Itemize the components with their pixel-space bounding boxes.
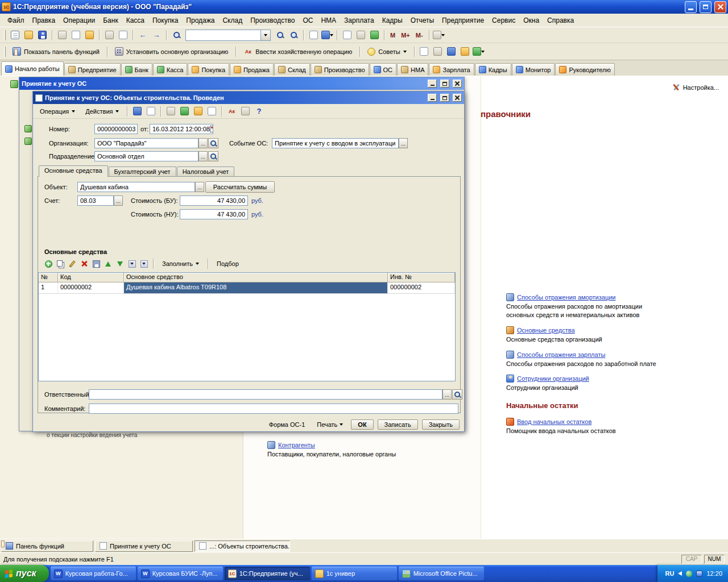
enter-business-operation-button[interactable]: Ввести хозяйственную операцию <box>239 45 356 57</box>
undo-icon[interactable]: ← <box>136 29 149 41</box>
table-row[interactable]: 1 000000002 Душевая кабина Albatros T09R… <box>39 282 455 294</box>
redo-icon[interactable]: → <box>150 29 163 41</box>
number-field[interactable]: 00000000003 <box>94 124 138 134</box>
cost-bu-field[interactable]: 47 430,00 <box>180 196 248 206</box>
menu-service[interactable]: Сервис <box>488 15 519 26</box>
volume-icon[interactable] <box>678 571 682 576</box>
dialog-titlebar[interactable]: Принятие к учету ОС: Объекты строительст… <box>33 92 464 104</box>
settings-link[interactable]: Настройка... <box>672 83 719 92</box>
movements-icon[interactable] <box>178 105 191 118</box>
delete-row-icon[interactable] <box>79 259 89 269</box>
fill-button[interactable]: Заполнить <box>158 259 204 269</box>
language-indicator[interactable]: RU <box>665 570 675 577</box>
tab-intangibles[interactable]: НМА <box>397 63 428 76</box>
menu-operations[interactable]: Операции <box>59 15 99 26</box>
tab-accounting-page[interactable]: Бухгалтерский учет <box>109 167 176 177</box>
maximize-button[interactable] <box>440 80 449 88</box>
start-button[interactable]: пуск <box>0 565 49 582</box>
comment-field[interactable] <box>89 404 458 414</box>
menu-bank[interactable]: Банк <box>99 15 122 26</box>
responsible-open-button[interactable] <box>452 389 462 400</box>
toolbar-grip[interactable] <box>4 30 6 40</box>
event-select-button[interactable]: ... <box>399 138 408 148</box>
tab-bank[interactable]: Банк <box>121 63 152 76</box>
back-window-titlebar[interactable]: Принятие к учету ОС <box>19 77 464 90</box>
close-button[interactable] <box>714 1 726 13</box>
open-icon[interactable] <box>22 29 35 41</box>
save-row-icon[interactable] <box>91 259 101 269</box>
maximize-button[interactable] <box>700 1 712 13</box>
cut-icon[interactable] <box>56 29 68 41</box>
organization-select-button[interactable]: ... <box>198 138 208 148</box>
menu-edit[interactable]: Правка <box>28 15 60 26</box>
report-icon[interactable] <box>239 105 251 118</box>
related-docs-icon[interactable] <box>205 105 218 118</box>
department-open-button[interactable] <box>208 151 218 161</box>
object-field[interactable]: Душевая кабина <box>77 182 195 192</box>
quick-search-combo[interactable] <box>185 30 271 41</box>
link-counterparties[interactable]: Контрагенты <box>278 442 315 448</box>
ok-button[interactable]: ОК <box>351 419 373 430</box>
responsible-field[interactable] <box>89 389 442 400</box>
window-button-construction-objects[interactable]: ...: Объекты строительства... <box>195 541 290 552</box>
minimize-button[interactable] <box>685 1 697 13</box>
taskbar-task-folder[interactable]: 1с универ <box>312 567 397 580</box>
department-field[interactable]: Основной отдел <box>94 151 198 161</box>
tab-start[interactable]: Начало работы <box>1 61 64 76</box>
combo-dropdown-button[interactable] <box>260 30 270 40</box>
menu-production[interactable]: Производство <box>246 15 299 26</box>
taskbar-task-word-1[interactable]: Курсовая работа-Го... <box>51 567 136 580</box>
tab-fixed-assets-page[interactable]: Основные средства <box>39 165 108 177</box>
print-button[interactable]: Печать <box>313 419 347 430</box>
sort-desc-icon[interactable] <box>139 259 149 269</box>
memory-minus-button[interactable]: М- <box>413 32 425 39</box>
exchange-icon[interactable] <box>368 29 380 41</box>
move-up-icon[interactable] <box>103 259 113 269</box>
window-button-function-panel[interactable]: Панель функций <box>1 541 93 552</box>
link-depreciation-methods[interactable]: Способы отражения амортизации <box>517 294 616 301</box>
menu-salary[interactable]: Зарплата <box>340 15 378 26</box>
maximize-button[interactable] <box>440 94 449 102</box>
toolbar-grip[interactable] <box>4 47 6 57</box>
account-select-button[interactable]: ... <box>114 196 123 206</box>
save-button[interactable]: Записать <box>378 419 418 430</box>
close-button[interactable] <box>453 94 462 102</box>
actions-menu-button[interactable]: Действия <box>81 106 123 117</box>
close-button[interactable] <box>453 80 462 88</box>
link-fixed-assets[interactable]: Основные средства <box>517 327 575 334</box>
set-main-organization-button[interactable]: Установить основную организацию <box>111 45 233 57</box>
edit-row-icon[interactable] <box>67 259 77 269</box>
calculator-icon[interactable] <box>433 29 445 41</box>
users-icon[interactable] <box>445 45 458 58</box>
responsible-select-button[interactable]: ... <box>442 389 452 400</box>
menu-warehouse[interactable]: Склад <box>218 15 246 26</box>
menu-reports[interactable]: Отчеты <box>407 15 438 26</box>
tab-warehouse[interactable]: Склад <box>274 63 310 76</box>
menu-fixed-assets[interactable]: ОС <box>299 15 317 26</box>
menu-hr[interactable]: Кадры <box>378 15 407 26</box>
organization-open-button[interactable] <box>208 138 218 148</box>
dtkt-icon[interactable] <box>225 105 238 118</box>
taskbar-task-picture-manager[interactable]: Microsoft Office Pictu... <box>399 567 484 580</box>
taskbar-task-word-2[interactable]: Курсовая БУИС -Луп... <box>138 567 223 580</box>
copy-document-icon[interactable] <box>144 105 157 118</box>
menu-cash[interactable]: Касса <box>122 15 148 26</box>
paste-icon[interactable] <box>83 29 96 41</box>
form-os1-button[interactable]: Форма ОС-1 <box>265 419 309 430</box>
menu-file[interactable]: Файл <box>3 15 28 26</box>
exchange-data-icon[interactable] <box>473 45 485 58</box>
journal-icon[interactable] <box>192 105 204 118</box>
menu-purchase[interactable]: Покупка <box>148 15 182 26</box>
structure-icon[interactable] <box>164 105 177 118</box>
reports-icon[interactable] <box>459 45 471 58</box>
tab-fixed-assets[interactable]: ОС <box>370 63 397 76</box>
tray-status-icon[interactable] <box>686 571 692 577</box>
tab-manager[interactable]: Руководителю <box>555 63 614 76</box>
copy-row-icon[interactable] <box>55 259 65 269</box>
quick-search-input[interactable] <box>186 30 260 40</box>
menu-windows[interactable]: Окна <box>519 15 543 26</box>
tab-hr[interactable]: Кадры <box>475 63 511 76</box>
taskbar-task-1c[interactable]: 1С:Предприятие (уч... <box>225 567 310 580</box>
print-icon[interactable] <box>103 29 115 41</box>
object-select-button[interactable]: ... <box>195 182 204 192</box>
